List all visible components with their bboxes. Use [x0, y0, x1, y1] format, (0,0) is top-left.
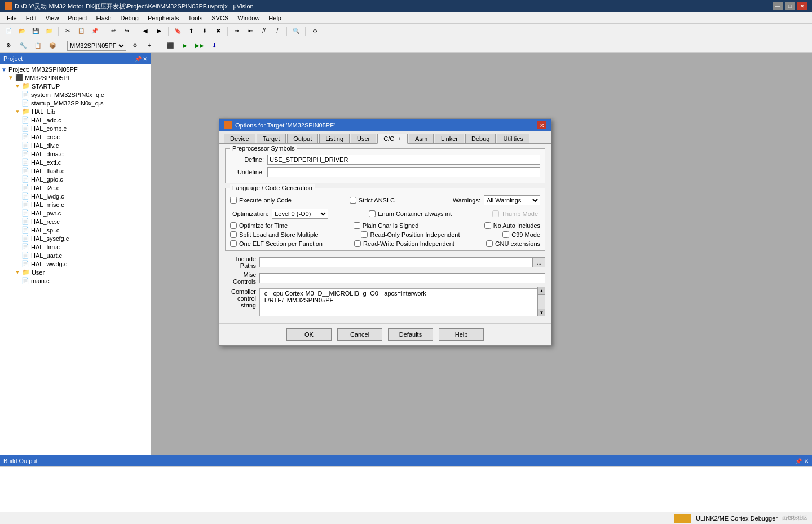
tree-item[interactable]: 📄HAL_uart.c [1, 251, 149, 259]
tree-item[interactable]: 📄HAL_exti.c [1, 158, 149, 166]
new-file-button[interactable]: 📄 [2, 25, 15, 37]
minimize-button[interactable]: — [773, 2, 783, 10]
tree-item[interactable]: 📄HAL_flash.c [1, 166, 149, 175]
warnings-select[interactable]: All Warnings No Warnings MISRA compatibl… [484, 195, 540, 205]
options-target-button[interactable]: 🔧 [17, 40, 29, 51]
nav-forward-button[interactable]: ▶ [153, 25, 165, 37]
menu-item-window[interactable]: Window [233, 14, 264, 23]
indent-button[interactable]: ⇥ [231, 25, 243, 37]
save-button[interactable]: 💾 [29, 25, 42, 37]
dialog-tab-user[interactable]: User [351, 134, 376, 143]
tree-item[interactable]: 📄HAL_dma.c [1, 149, 149, 158]
paste-button[interactable]: 📌 [89, 25, 101, 37]
tree-item[interactable]: 📄HAL_pwr.c [1, 209, 149, 217]
help-button[interactable]: Help [439, 328, 484, 341]
split-load-checkbox[interactable] [230, 231, 237, 238]
scroll-up-btn[interactable]: ▲ [538, 287, 545, 295]
build-output-close[interactable]: ✕ [804, 458, 809, 464]
undo-button[interactable]: ↩ [107, 25, 120, 37]
menu-item-flash[interactable]: Flash [92, 14, 116, 23]
menu-item-edit[interactable]: Edit [21, 14, 41, 23]
dialog-tab-cc[interactable]: C/C++ [377, 134, 408, 144]
prev-bookmark-button[interactable]: ⬆ [185, 25, 197, 37]
no-auto-includes-checkbox[interactable] [484, 222, 491, 229]
tree-item[interactable]: 📄startup_MM32SPIN0x_q.s [1, 99, 149, 107]
tree-item[interactable]: 📄HAL_spi.c [1, 226, 149, 234]
dialog-close-button[interactable]: ✕ [537, 121, 546, 129]
gnu-ext-checkbox[interactable] [486, 240, 493, 247]
tree-item[interactable]: ▼Project: MM32SPIN05PF [1, 65, 149, 73]
target-selector[interactable]: MM32SPIN05PF [67, 41, 126, 51]
menu-item-help[interactable]: Help [264, 14, 286, 23]
misc-controls-input[interactable] [259, 273, 545, 283]
tree-item[interactable]: 📄main.c [1, 276, 149, 285]
dialog-tab-asm[interactable]: Asm [409, 134, 434, 143]
settings-button[interactable]: ⚙ [129, 40, 141, 51]
menu-item-tools[interactable]: Tools [184, 14, 208, 23]
tree-item[interactable]: ▼📁User [1, 268, 149, 276]
one-elf-checkbox[interactable] [230, 240, 237, 247]
tree-item[interactable]: 📄HAL_adc.c [1, 116, 149, 124]
plain-char-checkbox[interactable] [354, 222, 360, 229]
strict-ansi-checkbox[interactable] [350, 197, 356, 204]
find-button[interactable]: 🔍 [290, 25, 302, 37]
sidebar-pin-button[interactable]: 📌 [135, 56, 142, 62]
maximize-button[interactable]: □ [785, 2, 795, 10]
build-output-pin[interactable]: 📌 [795, 458, 802, 464]
tree-item[interactable]: 📄HAL_div.c [1, 141, 149, 149]
define-input[interactable] [267, 155, 540, 165]
rebuild-button[interactable]: ▶▶ [193, 40, 206, 51]
tree-item[interactable]: 📄system_MM32SPIN0x_q.c [1, 90, 149, 99]
dialog-tab-listing[interactable]: Listing [319, 134, 350, 143]
nav-back-button[interactable]: ◀ [139, 25, 152, 37]
cut-button[interactable]: ✂ [61, 25, 74, 37]
uncomment-button[interactable]: / [271, 25, 284, 37]
menu-item-peripherals[interactable]: Peripherals [143, 14, 184, 23]
save-all-button[interactable]: 📁 [43, 25, 55, 37]
bookmark-button[interactable]: 🔖 [171, 25, 184, 37]
new-target-button[interactable]: + [143, 40, 156, 51]
clear-bookmarks-button[interactable]: ✖ [212, 25, 224, 37]
open-button[interactable]: 📂 [16, 25, 28, 37]
include-paths-input[interactable] [259, 257, 533, 267]
tree-item[interactable]: 📄HAL_wwdg.c [1, 259, 149, 268]
menu-item-debug[interactable]: Debug [116, 14, 143, 23]
manage-components-button[interactable]: 📦 [46, 40, 59, 51]
unindent-button[interactable]: ⇤ [244, 25, 257, 37]
sidebar-close-button[interactable]: ✕ [143, 56, 147, 62]
scroll-down-btn[interactable]: ▼ [538, 309, 545, 316]
optimization-select[interactable]: Level 0 (-O0) Level 1 (-O1) Level 2 (-O2… [272, 209, 328, 219]
tree-item[interactable]: ▼📁HAL_Lib [1, 107, 149, 116]
defaults-button[interactable]: Defaults [388, 328, 433, 341]
execute-only-checkbox[interactable] [230, 197, 237, 204]
read-only-pos-checkbox[interactable] [361, 231, 368, 238]
menu-item-svcs[interactable]: SVCS [207, 14, 233, 23]
dialog-tab-utilities[interactable]: Utilities [497, 134, 529, 143]
tree-item[interactable]: 📄HAL_i2c.c [1, 183, 149, 192]
redo-button[interactable]: ↪ [121, 25, 133, 37]
build-button[interactable]: ▶ [179, 40, 191, 51]
tree-item[interactable]: 📄HAL_comp.c [1, 124, 149, 133]
download-button[interactable]: ⬇ [208, 40, 220, 51]
menu-item-project[interactable]: Project [63, 14, 91, 23]
c99-mode-checkbox[interactable] [502, 231, 509, 238]
tree-item[interactable]: 📄HAL_crc.c [1, 133, 149, 141]
ok-button[interactable]: OK [286, 328, 332, 341]
tree-item[interactable]: ▼📁STARTUP [1, 82, 149, 90]
copy-button[interactable]: 📋 [75, 25, 87, 37]
options-button[interactable]: ⚙ [308, 25, 321, 37]
enum-container-checkbox[interactable] [369, 210, 376, 217]
tree-item[interactable]: 📄HAL_tim.c [1, 243, 149, 251]
file-extensions-button[interactable]: 📋 [32, 40, 44, 51]
comment-button[interactable]: // [258, 25, 270, 37]
optimize-time-checkbox[interactable] [230, 222, 237, 229]
include-paths-browse[interactable]: ... [533, 257, 545, 267]
translate-button[interactable]: ⬛ [164, 40, 176, 51]
cancel-button[interactable]: Cancel [337, 328, 382, 341]
menu-item-file[interactable]: File [2, 14, 21, 23]
config-button[interactable]: ⚙ [2, 40, 15, 51]
dialog-tab-target[interactable]: Target [257, 134, 286, 143]
tree-item[interactable]: 📄HAL_gpio.c [1, 175, 149, 183]
undefine-input[interactable] [267, 167, 540, 177]
tree-item[interactable]: 📄HAL_iwdg.c [1, 192, 149, 200]
